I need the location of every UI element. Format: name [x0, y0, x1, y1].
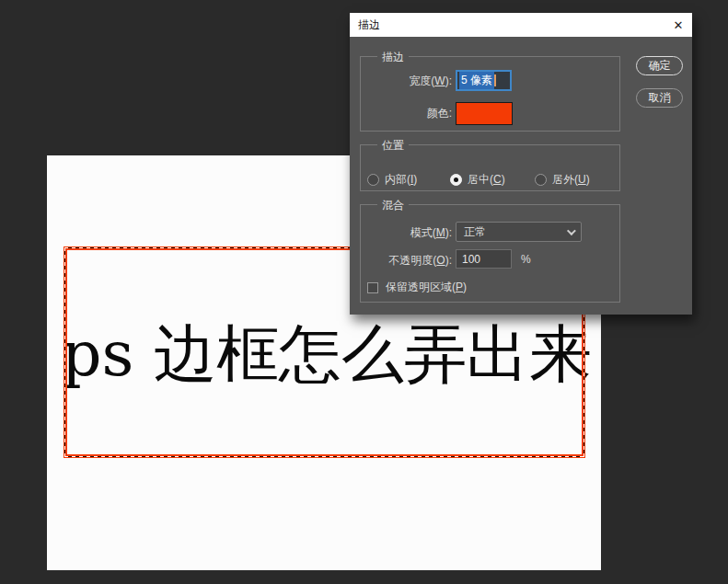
- close-icon[interactable]: ✕: [664, 13, 692, 37]
- dialog-title: 描边: [350, 17, 380, 33]
- radio-label-outside: 居外(U): [552, 172, 590, 188]
- selection-ants-left: [64, 247, 65, 457]
- radio-label-inside: 内部(I): [385, 172, 417, 188]
- dialog-titlebar[interactable]: 描边 ✕: [350, 13, 692, 37]
- color-swatch[interactable]: [456, 102, 513, 125]
- blend-group-label: 混合: [377, 198, 409, 213]
- blend-mode-value: 正常: [464, 224, 486, 240]
- radio-icon-inside[interactable]: [367, 174, 379, 186]
- opacity-label: 不透明度(O):: [350, 253, 452, 269]
- opacity-unit: %: [521, 253, 531, 266]
- position-group-label: 位置: [377, 138, 409, 154]
- blend-mode-select[interactable]: 正常: [456, 222, 582, 242]
- photoshop-workspace: ps 边框怎么弄出来 描边 ✕ 描边 宽度(W): 5 像素 颜色: 位置 内部…: [0, 0, 728, 584]
- checkbox-icon[interactable]: [367, 282, 378, 293]
- preserve-transparency-row[interactable]: 保留透明区域(P): [367, 280, 467, 295]
- width-label: 宽度(W):: [350, 74, 452, 89]
- stroke-group-label: 描边: [377, 50, 409, 65]
- radio-label-center: 居中(C): [468, 172, 505, 188]
- width-input[interactable]: 5 像素: [456, 70, 512, 91]
- width-input-selected-text: 5 像素: [459, 72, 494, 89]
- selection-ants-bottom: [64, 456, 584, 457]
- radio-icon-center[interactable]: [450, 174, 462, 186]
- radio-option-outside[interactable]: 居外(U): [535, 172, 590, 188]
- color-label: 颜色:: [350, 106, 452, 121]
- opacity-input[interactable]: 100: [456, 249, 512, 269]
- radio-option-center[interactable]: 居中(C): [450, 172, 505, 188]
- cancel-button[interactable]: 取消: [636, 88, 683, 108]
- mode-label: 模式(M):: [350, 225, 452, 241]
- ok-button[interactable]: 确定: [636, 56, 683, 75]
- text-cursor: [494, 74, 496, 86]
- stroke-dialog: 描边 ✕ 描边 宽度(W): 5 像素 颜色: 位置 内部(I) 居中(C) 居…: [350, 13, 692, 315]
- preserve-transparency-label: 保留透明区域(P): [386, 280, 467, 295]
- radio-option-inside[interactable]: 内部(I): [367, 172, 417, 188]
- radio-icon-outside[interactable]: [535, 174, 547, 186]
- chevron-down-icon: [567, 226, 576, 235]
